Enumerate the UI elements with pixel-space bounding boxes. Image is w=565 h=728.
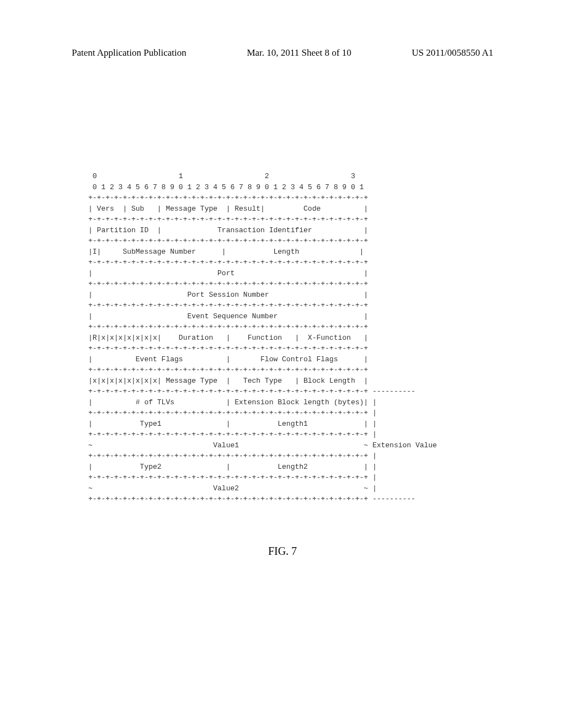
page-header: Patent Application Publication Mar. 10, … bbox=[0, 47, 565, 58]
packet-diagram: 0 1 2 3 0 1 2 3 4 5 6 7 8 9 0 1 2 3 4 5 … bbox=[88, 171, 437, 505]
ext-pipe: | bbox=[368, 409, 377, 417]
figure-label: FIG. 7 bbox=[0, 545, 565, 558]
separator: +-+-+-+-+-+-+-+-+-+-+-+-+-+-+-+-+-+-+-+-… bbox=[88, 387, 368, 395]
separator: +-+-+-+-+-+-+-+-+-+-+-+-+-+-+-+-+-+-+-+-… bbox=[88, 237, 368, 245]
row-event-sequence: | Event Sequence Number | bbox=[88, 312, 368, 320]
row-tlvs-extblock: | # of TLVs | Extension Block length (by… bbox=[88, 398, 368, 406]
ext-pipe: | bbox=[368, 463, 377, 471]
separator: +-+-+-+-+-+-+-+-+-+-+-+-+-+-+-+-+-+-+-+-… bbox=[88, 323, 368, 331]
row-value1: ~ Value1 ~ bbox=[88, 441, 368, 449]
row-msgtype-tech-block: |x|x|x|x|x|x|x|x| Message Type | Tech Ty… bbox=[88, 377, 368, 385]
bit-ruler-ones: 0 1 2 3 4 5 6 7 8 9 0 1 2 3 4 5 6 7 8 9 … bbox=[88, 183, 364, 191]
row-event-flow-flags: | Event Flags | Flow Control Flags | bbox=[88, 355, 368, 363]
header-right: US 2011/0058550 A1 bbox=[412, 47, 493, 58]
row-partition-transaction: | Partition ID | Transaction Identifier … bbox=[88, 226, 368, 234]
ext-pipe: | bbox=[368, 398, 377, 406]
ext-pipe: | bbox=[368, 473, 377, 481]
ext-pipe: | bbox=[368, 420, 377, 428]
separator: +-+-+-+-+-+-+-+-+-+-+-+-+-+-+-+-+-+-+-+-… bbox=[88, 495, 368, 503]
row-submessage-length: |I| SubMessage Number | Length | bbox=[88, 248, 364, 256]
separator: +-+-+-+-+-+-+-+-+-+-+-+-+-+-+-+-+-+-+-+-… bbox=[88, 194, 368, 202]
row-type1-length1: | Type1 | Length1 | bbox=[88, 420, 368, 428]
separator: +-+-+-+-+-+-+-+-+-+-+-+-+-+-+-+-+-+-+-+-… bbox=[88, 366, 368, 374]
row-vers-sub-msgtype-result-code: | Vers | Sub | Message Type | Result| Co… bbox=[88, 205, 368, 213]
separator: +-+-+-+-+-+-+-+-+-+-+-+-+-+-+-+-+-+-+-+-… bbox=[88, 301, 368, 309]
ext-dash-bottom: ---------- bbox=[368, 495, 415, 503]
row-port-session: | Port Session Number | bbox=[88, 291, 368, 299]
bit-ruler-tens: 0 1 2 3 bbox=[88, 172, 355, 180]
separator: +-+-+-+-+-+-+-+-+-+-+-+-+-+-+-+-+-+-+-+-… bbox=[88, 409, 368, 417]
separator: +-+-+-+-+-+-+-+-+-+-+-+-+-+-+-+-+-+-+-+-… bbox=[88, 280, 368, 288]
row-type2-length2: | Type2 | Length2 | bbox=[88, 463, 368, 471]
separator: +-+-+-+-+-+-+-+-+-+-+-+-+-+-+-+-+-+-+-+-… bbox=[88, 258, 368, 266]
ext-pipe: | bbox=[368, 484, 377, 493]
row-port: | Port | bbox=[88, 269, 368, 277]
separator: +-+-+-+-+-+-+-+-+-+-+-+-+-+-+-+-+-+-+-+-… bbox=[88, 344, 368, 352]
ext-pipe: | bbox=[368, 452, 377, 460]
separator: +-+-+-+-+-+-+-+-+-+-+-+-+-+-+-+-+-+-+-+-… bbox=[88, 452, 368, 460]
separator: +-+-+-+-+-+-+-+-+-+-+-+-+-+-+-+-+-+-+-+-… bbox=[88, 215, 368, 223]
ext-pipe: | bbox=[368, 430, 377, 438]
header-left: Patent Application Publication bbox=[72, 47, 186, 58]
ext-dash-top: ---------- bbox=[368, 387, 415, 395]
header-center: Mar. 10, 2011 Sheet 8 of 10 bbox=[247, 47, 351, 58]
separator: +-+-+-+-+-+-+-+-+-+-+-+-+-+-+-+-+-+-+-+-… bbox=[88, 473, 368, 481]
separator: +-+-+-+-+-+-+-+-+-+-+-+-+-+-+-+-+-+-+-+-… bbox=[88, 430, 368, 438]
ext-label: Extension Value bbox=[368, 441, 437, 449]
row-duration-function: |R|x|x|x|x|x|x|x| Duration | Function | … bbox=[88, 334, 368, 342]
row-value2: ~ Value2 ~ bbox=[88, 484, 368, 493]
